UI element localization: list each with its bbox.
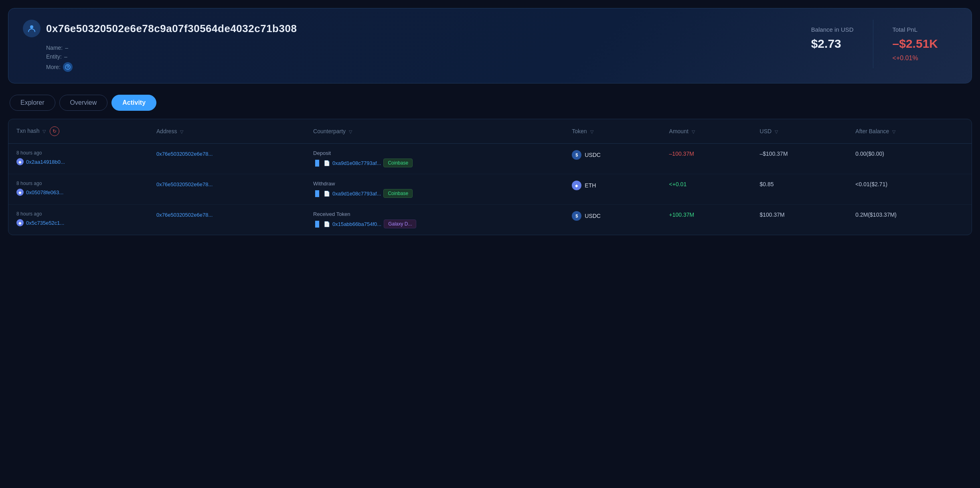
token-name: USDC — [585, 213, 601, 219]
tab-overview[interactable]: Overview — [59, 95, 108, 111]
token-filter-icon[interactable]: ▽ — [590, 129, 593, 134]
token-name: ETH — [585, 182, 596, 189]
usd-cell: $0.85 — [752, 174, 848, 205]
counterparty-filter-icon[interactable]: ▽ — [349, 129, 352, 134]
amount-cell: +100.37M — [661, 205, 752, 235]
profile-address-row: 0x76e50320502e6e78c9a07f30564de4032c71b3… — [23, 20, 792, 37]
amount-cell: <+0.01 — [661, 174, 752, 205]
reload-icon[interactable]: ↻ — [50, 126, 59, 136]
eth-icon: ◆ — [572, 181, 581, 190]
txn-hash-link[interactable]: ◆ 0x2aa14918b0... — [16, 158, 140, 165]
usd-value: $0.85 — [760, 181, 774, 187]
tab-explorer[interactable]: Explorer — [10, 95, 55, 111]
txn-time: 8 hours ago — [16, 211, 140, 217]
doc-icon: 📄 — [324, 191, 330, 197]
token-cell: $ USDC — [564, 205, 661, 235]
pnl-label: Total PnL — [893, 26, 938, 33]
pnl-value: –$2.51K — [893, 37, 938, 51]
after-balance-filter-icon[interactable]: ▽ — [892, 129, 895, 134]
col-address: Address ▽ — [148, 119, 305, 144]
address-link[interactable]: 0x76e50320502e6e78... — [156, 151, 213, 157]
more-row: More: — [46, 62, 792, 72]
svg-point-0 — [30, 25, 33, 28]
counterparty-badge: Coinbase — [383, 189, 413, 198]
txn-hash-value: 0x05078fe063... — [26, 189, 63, 195]
usdc-icon: $ — [572, 211, 581, 221]
amount-value: <+0.01 — [669, 181, 687, 187]
chain-icon: ◆ — [16, 158, 24, 165]
profile-card: 0x76e50320502e6e78c9a07f30564de4032c71b3… — [8, 8, 972, 83]
pnl-stat: Total PnL –$2.51K <+0.01% — [873, 20, 957, 68]
token-cell: $ USDC — [564, 144, 661, 174]
table-header-row: Txn hash ▽ ↻ Address ▽ Counterparty ▽ To… — [8, 119, 972, 144]
after-balance-value: <0.01($2.71) — [855, 181, 887, 187]
counterparty-row: ▐▌ 📄 0x15abb66ba754f0... Galaxy D... — [313, 220, 556, 228]
counterparty-badge: Coinbase — [383, 159, 413, 167]
counterparty-row: ▐▌ 📄 0xa9d1e08c7793af... Coinbase — [313, 189, 556, 198]
balance-stat: Balance in USD $2.73 — [792, 20, 873, 68]
more-label: More: — [46, 64, 61, 70]
entity-value: – — [64, 53, 67, 60]
bar-chart-icon: ▐▌ — [313, 160, 321, 166]
address-filter-icon[interactable]: ▽ — [180, 129, 183, 134]
balance-label: Balance in USD — [811, 26, 854, 33]
txn-hash-link[interactable]: ◆ 0x5c735e52c1... — [16, 219, 140, 226]
profile-left: 0x76e50320502e6e78c9a07f30564de4032c71b3… — [23, 20, 792, 72]
pnl-sub: <+0.01% — [893, 55, 938, 62]
more-icon[interactable] — [63, 62, 73, 72]
txn-hash-value: 0x2aa14918b0... — [26, 159, 65, 165]
bar-chart-icon: ▐▌ — [313, 190, 321, 197]
activity-table: Txn hash ▽ ↻ Address ▽ Counterparty ▽ To… — [8, 119, 972, 235]
address-cell: 0x76e50320502e6e78... — [148, 174, 305, 205]
col-txn-hash: Txn hash ▽ ↻ — [8, 119, 148, 144]
txn-hash-cell: 8 hours ago ◆ 0x05078fe063... — [8, 174, 148, 205]
usd-filter-icon[interactable]: ▽ — [775, 129, 778, 134]
after-balance-cell: 0.00($0.00) — [847, 144, 972, 174]
address-link[interactable]: 0x76e50320502e6e78... — [156, 181, 213, 187]
counterparty-address-link[interactable]: 0xa9d1e08c7793af... — [332, 160, 381, 166]
after-balance-cell: <0.01($2.71) — [847, 174, 972, 205]
usdc-icon: $ — [572, 150, 581, 160]
token-name: USDC — [585, 152, 601, 158]
col-amount: Amount ▽ — [661, 119, 752, 144]
table-row: 8 hours ago ◆ 0x5c735e52c1... 0x76e50320… — [8, 205, 972, 235]
address-link[interactable]: 0x76e50320502e6e78... — [156, 212, 213, 218]
col-token: Token ▽ — [564, 119, 661, 144]
txn-time: 8 hours ago — [16, 150, 140, 156]
counterparty-cell: Received Token ▐▌ 📄 0x15abb66ba754f0... … — [305, 205, 564, 235]
counterparty-address-link[interactable]: 0xa9d1e08c7793af... — [332, 191, 381, 197]
amount-value: +100.37M — [669, 211, 695, 218]
counterparty-cell: Withdraw ▐▌ 📄 0xa9d1e08c7793af... Coinba… — [305, 174, 564, 205]
entity-label: Entity: — [46, 53, 62, 60]
amount-cell: –100.37M — [661, 144, 752, 174]
counterparty-address-link[interactable]: 0x15abb66ba754f0... — [332, 221, 381, 227]
usd-cell: –$100.37M — [752, 144, 848, 174]
col-after-balance: After Balance ▽ — [847, 119, 972, 144]
txn-hash-cell: 8 hours ago ◆ 0x2aa14918b0... — [8, 144, 148, 174]
txn-time: 8 hours ago — [16, 181, 140, 186]
txn-hash-filter-icon[interactable]: ▽ — [43, 129, 46, 134]
txn-hash-link[interactable]: ◆ 0x05078fe063... — [16, 189, 140, 196]
entity-row: Entity: – — [46, 53, 792, 60]
avatar — [23, 20, 40, 37]
chain-icon: ◆ — [16, 189, 24, 196]
counterparty-badge: Galaxy D... — [384, 220, 416, 228]
name-label: Name: — [46, 45, 63, 51]
counterparty-type: Received Token — [313, 211, 556, 217]
bar-chart-icon: ▐▌ — [313, 221, 321, 227]
txn-hash-value: 0x5c735e52c1... — [26, 220, 64, 226]
profile-meta: Name: – Entity: – More: — [23, 45, 792, 72]
after-balance-value: 0.2M($103.37M) — [855, 211, 897, 218]
wallet-address: 0x76e50320502e6e78c9a07f30564de4032c71b3… — [46, 22, 297, 35]
doc-icon: 📄 — [324, 221, 330, 227]
name-value: – — [65, 45, 68, 51]
address-cell: 0x76e50320502e6e78... — [148, 144, 305, 174]
svg-point-2 — [67, 69, 68, 69]
profile-stats: Balance in USD $2.73 Total PnL –$2.51K <… — [792, 20, 957, 68]
chain-icon: ◆ — [16, 219, 24, 226]
usd-value: $100.37M — [760, 211, 785, 218]
counterparty-type: Deposit — [313, 150, 556, 156]
amount-filter-icon[interactable]: ▽ — [692, 129, 695, 134]
token-cell: ◆ ETH — [564, 174, 661, 205]
tab-activity[interactable]: Activity — [111, 95, 156, 111]
